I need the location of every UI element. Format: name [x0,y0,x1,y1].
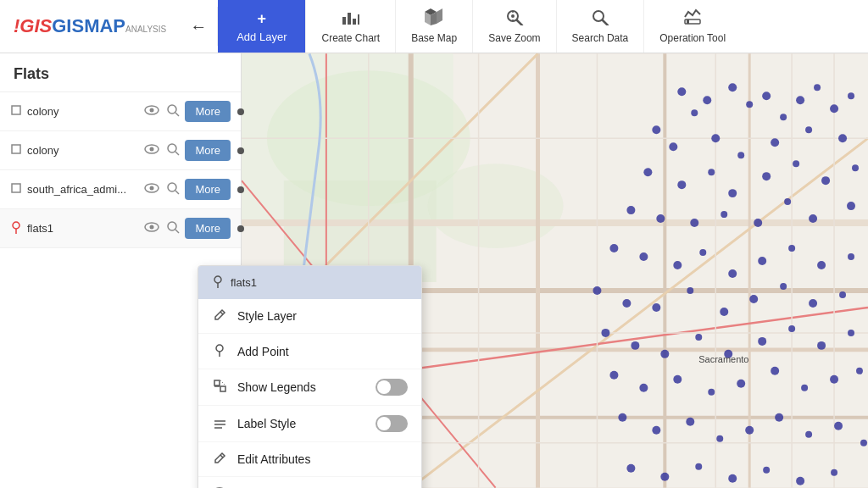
save-zoom-label: Save Zoom [488,32,540,44]
nav-base-map[interactable]: Base Map [395,0,472,53]
context-pin-icon [212,274,224,291]
visibility-icon[interactable] [142,180,161,198]
context-menu-style-layer[interactable]: Style Layer [198,299,421,334]
svg-point-107 [848,253,854,260]
svg-point-134 [856,368,863,374]
svg-point-29 [150,186,154,191]
logo-sub: ANALYSIS [125,25,166,37]
svg-point-74 [830,104,838,113]
svg-point-84 [677,180,686,189]
svg-point-132 [801,385,808,391]
svg-point-92 [656,214,665,223]
dot-indicator [237,147,244,154]
base-map-label: Base Map [411,32,457,44]
svg-point-88 [793,160,799,167]
zoom-icon[interactable] [164,141,181,160]
svg-point-128 [673,375,682,384]
svg-point-127 [639,384,648,392]
svg-point-20 [168,105,176,114]
create-chart-label: Create Chart [321,32,380,44]
search-data-icon [591,8,609,30]
svg-point-141 [805,431,812,438]
logo-brand: GISMAP [52,15,125,37]
svg-rect-2 [353,19,356,25]
svg-point-152 [214,276,221,283]
svg-point-108 [593,286,601,295]
label-style-toggle[interactable] [376,415,408,432]
svg-point-150 [831,469,837,476]
add-layer-button[interactable]: + Add Layer [218,0,305,53]
chart-icon [342,8,360,30]
back-button[interactable]: ← [180,0,217,53]
svg-point-115 [809,299,817,308]
svg-marker-27 [12,184,20,192]
layer-actions: More [142,218,231,239]
visibility-icon[interactable] [142,103,161,120]
svg-point-36 [168,222,176,230]
context-menu-show-legends[interactable]: Show Legends [198,369,421,406]
svg-point-90 [852,164,859,171]
show-legends-toggle[interactable] [376,379,408,396]
svg-point-101 [673,261,682,269]
main-layout: Flats colony More [0,53,868,488]
svg-point-105 [788,245,795,252]
pencil-icon [212,308,227,324]
svg-point-104 [758,257,766,265]
svg-point-97 [809,214,817,223]
svg-point-70 [762,92,771,100]
layer-actions: More [142,101,231,122]
svg-point-120 [695,334,702,341]
context-menu-header: flats1 [198,266,421,299]
svg-point-96 [784,198,791,205]
svg-point-109 [622,299,631,308]
svg-point-95 [754,219,762,227]
basemap-icon [425,8,443,30]
dot-indicator [237,225,244,232]
svg-point-82 [838,134,847,142]
layer-name: colony [27,105,137,118]
layer-type-icon [10,104,22,119]
nav-search-data[interactable]: Search Data [556,0,644,53]
svg-point-145 [660,473,669,481]
more-button[interactable]: More [185,140,231,161]
context-menu-title: flats1 [231,276,257,289]
zoom-icon[interactable] [164,219,181,238]
more-button[interactable]: More [185,101,231,122]
context-menu-edit-attributes[interactable]: Edit Attributes [198,442,421,477]
svg-point-155 [216,345,223,352]
svg-point-19 [150,108,154,113]
svg-line-21 [175,113,179,116]
svg-point-69 [746,101,753,108]
nav-create-chart[interactable]: Create Chart [305,0,395,53]
more-button[interactable]: More [185,179,231,200]
svg-point-136 [652,426,660,435]
svg-point-143 [860,440,867,446]
nav-save-zoom[interactable]: Save Zoom [472,0,555,53]
nav-operation-tool[interactable]: Operation Tool [643,0,741,53]
svg-point-113 [749,295,758,303]
svg-point-65 [677,87,686,96]
layer-name: flats1 [27,222,137,235]
layer-type-icon [10,220,22,236]
zoom-icon[interactable] [164,180,181,199]
context-menu-label-style[interactable]: Label Style [198,406,421,442]
svg-point-122 [758,337,766,346]
layer-item: colony More [0,131,241,170]
add-point-label: Add Point [237,345,408,358]
zoom-icon[interactable] [164,102,181,121]
visibility-icon[interactable] [142,141,161,159]
svg-point-68 [728,83,737,92]
svg-point-75 [848,92,854,99]
svg-point-119 [660,350,669,358]
logo-icon: !GIS [14,15,52,37]
visibility-icon[interactable] [142,219,161,237]
svg-point-118 [631,341,639,350]
svg-line-9 [517,20,522,25]
svg-rect-3 [358,14,359,25]
svg-point-124 [817,341,826,350]
context-menu-add-point[interactable]: Add Point [198,334,421,369]
more-button[interactable]: More [185,218,231,239]
svg-point-140 [775,413,783,422]
svg-rect-157 [214,380,220,385]
context-menu-show-datatable[interactable]: Show Datatable [198,477,421,488]
